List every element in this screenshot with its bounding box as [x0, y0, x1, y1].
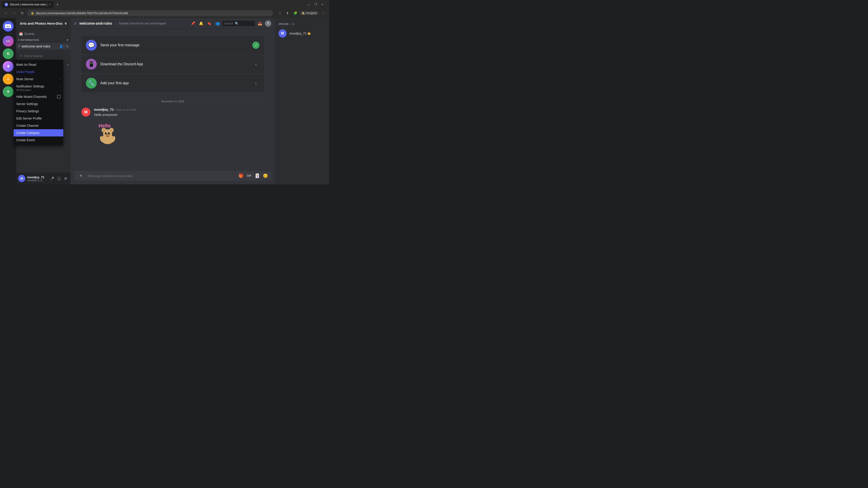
svg-point-8: [108, 132, 110, 134]
minimize-button[interactable]: —: [306, 1, 312, 8]
card-message-icon: 💬: [86, 40, 97, 51]
context-server-settings[interactable]: Server Settings ›: [13, 100, 63, 107]
svg-point-9: [106, 132, 107, 133]
tab-restore-button[interactable]: ⬇: [284, 10, 291, 16]
message-add-button[interactable]: +: [77, 171, 85, 181]
card-app-label: Download the Discord App: [100, 62, 249, 66]
message-content: moodjoy_71 Today at 12:42 AM Hello every…: [94, 107, 264, 146]
add-channel-label: Add a channel: [24, 54, 43, 58]
context-notification-settings[interactable]: Notification Settings › All Messages: [13, 83, 63, 93]
extensions-button[interactable]: 🧩: [292, 10, 298, 16]
member-list: ONLINE — 1 M moodjoy_71 👑: [275, 18, 329, 184]
maximize-button[interactable]: ❐: [312, 1, 319, 8]
context-edit-server-profile[interactable]: Edit Server Profile: [13, 115, 63, 122]
search-placeholder: Search: [224, 22, 234, 25]
svg-point-7: [105, 132, 107, 134]
close-button[interactable]: ×: [319, 1, 326, 8]
add-channel-section: + Add a channel: [16, 51, 70, 61]
context-privacy-settings[interactable]: Privacy Settings: [13, 107, 63, 115]
add-member-icon[interactable]: 👤+: [59, 44, 65, 48]
context-mute-server[interactable]: Mute Server ›: [13, 75, 63, 83]
svg-point-10: [109, 132, 110, 133]
add-channel-below-icon[interactable]: +: [67, 63, 69, 67]
mute-server-chevron: ›: [60, 77, 61, 80]
date-line-right: [187, 101, 264, 102]
context-create-channel[interactable]: Create Channel: [13, 122, 63, 129]
server-header[interactable]: Arts and Photos Here-Disc ∨: [16, 18, 70, 29]
svg-text:Hello: Hello: [98, 123, 111, 129]
active-tab[interactable]: D Discord | #welcome-and-rules | ×: [2, 1, 53, 8]
notif-chevron: ›: [60, 85, 61, 88]
onboarding-card-app[interactable]: 📱 Download the Discord App ›: [81, 55, 264, 73]
gift-button[interactable]: 🎁: [238, 173, 244, 179]
back-button[interactable]: ←: [3, 10, 9, 16]
hide-muted-checkbox[interactable]: [57, 95, 61, 98]
message-username: moodjoy_71: [94, 107, 114, 111]
menu-button[interactable]: ⋮: [320, 10, 327, 16]
channel-name-label: welcome-and-rules: [22, 44, 51, 48]
sidebar-category-information[interactable]: ▾ INFORMATION +: [16, 37, 70, 43]
server-icon-1[interactable]: Arts: [3, 36, 13, 46]
members-button[interactable]: 👥: [214, 20, 221, 27]
card-first-app-action: ›: [252, 79, 259, 87]
home-button[interactable]: [3, 21, 13, 32]
context-create-category[interactable]: Create Category: [13, 129, 63, 136]
deafen-button[interactable]: 🎧: [56, 175, 62, 182]
follow-button[interactable]: 🔖: [206, 20, 213, 27]
user-info: moodjoy_71 moodjoy71_0...: [27, 175, 47, 182]
tab-favicon: D: [4, 3, 8, 6]
svg-point-6: [110, 129, 113, 131]
lock-icon: 🔒: [31, 11, 34, 15]
help-button[interactable]: ?: [265, 20, 271, 27]
context-create-event[interactable]: Create Event: [13, 136, 63, 144]
message-sticker: Hello: [94, 119, 121, 146]
add-channel-button[interactable]: + Add a channel: [18, 52, 69, 60]
events-icon: 📅: [19, 32, 23, 36]
channel-header-hash: #: [74, 21, 76, 26]
forward-button[interactable]: →: [11, 10, 17, 16]
mute-button[interactable]: 🎤: [49, 175, 55, 182]
crown-icon: 👑: [307, 32, 311, 35]
star-button[interactable]: ☆: [277, 10, 283, 16]
member-item-moodjoy71[interactable]: M moodjoy_71 👑: [277, 28, 327, 39]
server-icon-5[interactable]: +: [3, 86, 13, 97]
settings-icon[interactable]: ⚙: [66, 44, 69, 48]
user-status: moodjoy71_0...: [27, 179, 47, 182]
date-separator: December 8, 2023: [70, 96, 275, 107]
date-line-left: [81, 101, 158, 102]
message-input[interactable]: Message #welcome-and-rules: [88, 171, 235, 181]
sticker-button[interactable]: 🃏: [254, 173, 260, 179]
refresh-button[interactable]: ↻: [19, 10, 25, 16]
pin-button[interactable]: 📌: [190, 20, 196, 27]
notification-button[interactable]: 🔔: [198, 20, 204, 27]
server-icon-3[interactable]: ✦: [3, 61, 13, 72]
server-icon-2[interactable]: G: [3, 48, 13, 59]
sidebar-events-item[interactable]: 📅 Events: [16, 31, 70, 37]
tab-close-button[interactable]: ×: [49, 3, 51, 6]
onboarding-card-first-app[interactable]: 🔧 Add your first app ›: [81, 74, 264, 92]
server-name: Arts and Photos Here-Disc: [20, 22, 63, 25]
onboarding-card-message[interactable]: 💬 Send your first message ✓: [81, 36, 264, 54]
address-bar: ← → ↻ 🔒 discord.com/channels/11823614564…: [0, 8, 329, 18]
sidebar-channel-welcome-and-rules[interactable]: # welcome-and-rules 👤+ ⚙: [16, 43, 70, 50]
context-hide-muted[interactable]: Hide Muted Channels: [13, 93, 63, 100]
new-tab-button[interactable]: +: [54, 1, 61, 8]
card-first-app-label: Add your first app: [100, 81, 249, 85]
message-header: moodjoy_71 Today at 12:42 AM: [94, 107, 264, 111]
inbox-button[interactable]: 📥: [257, 20, 263, 27]
messages-area: 💬 Send your first message ✓ 📱 Download t…: [70, 29, 275, 171]
search-bar[interactable]: Search 🔍: [222, 21, 255, 26]
user-area: M moodjoy_71 moodjoy71_0... 🎤 🎧 ⚙: [16, 173, 70, 184]
context-invite-people[interactable]: Invite People: [13, 68, 63, 75]
url-bar[interactable]: 🔒 discord.com/channels/11823614564617503…: [27, 10, 273, 16]
server-icon-4[interactable]: +: [3, 74, 13, 85]
emoji-button[interactable]: 😊: [262, 173, 269, 179]
add-channel-icon[interactable]: +: [66, 38, 69, 42]
context-mark-read[interactable]: Mark As Read: [13, 61, 63, 68]
user-settings-button[interactable]: ⚙: [62, 175, 69, 182]
online-section-label: ONLINE — 1: [277, 22, 327, 26]
card-message-action: ✓: [252, 41, 259, 49]
card-first-app-icon: 🔧: [86, 78, 97, 89]
gif-button[interactable]: GIF: [246, 173, 252, 179]
channel-description: Sample Dsicord for arts and images!: [117, 22, 166, 25]
